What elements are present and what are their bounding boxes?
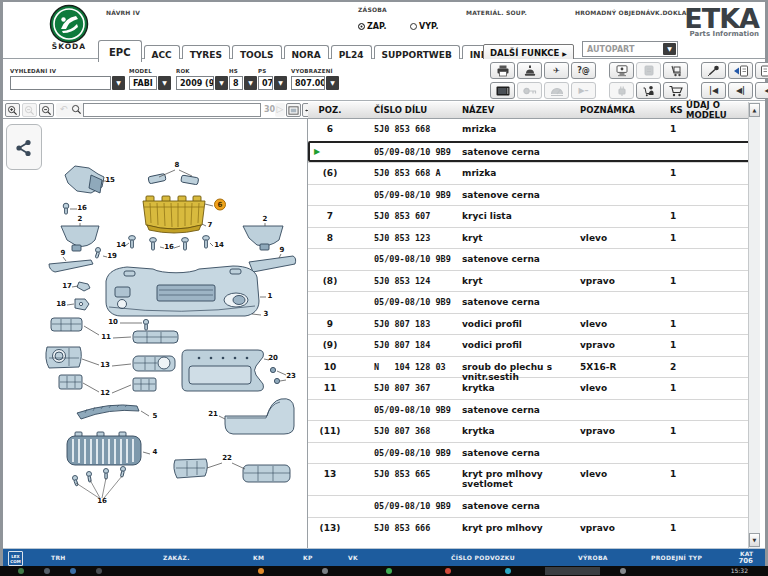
- zoom-window-button[interactable]: [39, 103, 54, 117]
- part-callout-15[interactable]: 15: [105, 176, 115, 184]
- part-callout-16[interactable]: 16: [77, 204, 87, 212]
- part-callout-14[interactable]: 14: [116, 241, 126, 249]
- scroll-down-icon[interactable]: ▼: [749, 533, 760, 547]
- filter-value[interactable]: 07: [258, 76, 273, 90]
- nav-prev-button[interactable]: ◀|: [728, 82, 753, 99]
- table-row-variant[interactable]: 05/09-08/10 9B9satenove cerna: [308, 248, 755, 270]
- screen-button[interactable]: [490, 82, 515, 99]
- chevron-down-icon[interactable]: ▼: [326, 76, 339, 90]
- part-callout-2[interactable]: 2: [78, 215, 83, 223]
- taskbar-icon[interactable]: [96, 568, 102, 574]
- zoom-in-button[interactable]: [5, 103, 20, 117]
- chevron-down-icon[interactable]: ▼: [274, 76, 287, 90]
- send-button[interactable]: ✈: [544, 62, 569, 79]
- autopart-dropdown[interactable]: AUTOPART ▼: [582, 41, 678, 57]
- nav-back-button[interactable]: ◀: [755, 82, 768, 99]
- part-callout-17[interactable]: 17: [62, 282, 72, 290]
- os-taskbar[interactable]: 15:32: [0, 566, 768, 576]
- nav-first-button[interactable]: |◀: [701, 82, 726, 99]
- lexcom-logo: LEX COM: [8, 551, 23, 566]
- cell-ks: 1: [666, 340, 686, 350]
- table-row-variant[interactable]: 05/09-08/10 9B9satenove cerna: [308, 495, 755, 517]
- zasoba-zap-radio[interactable]: ZAP.: [358, 14, 386, 33]
- part-callout-19[interactable]: 19: [107, 252, 117, 260]
- filter-value[interactable]: 2009 (9): [176, 76, 214, 90]
- filter-value[interactable]: [10, 76, 111, 90]
- taskbar-icon[interactable]: [386, 568, 392, 574]
- table-row-variant[interactable]: 05/09-08/10 9B9satenove cerna: [308, 399, 755, 421]
- chevron-down-icon[interactable]: ▼: [244, 76, 257, 90]
- part-callout-20[interactable]: 20: [268, 354, 278, 362]
- part-callout-16[interactable]: 16: [97, 497, 107, 505]
- taskbar-active-window[interactable]: [545, 567, 600, 575]
- taskbar-icon[interactable]: [322, 568, 328, 574]
- filter-value[interactable]: 8: [229, 76, 243, 90]
- chevron-down-icon[interactable]: ▼: [112, 76, 125, 90]
- taskbar-icon[interactable]: [505, 568, 511, 574]
- chevron-down-icon[interactable]: ▼: [158, 76, 171, 90]
- diagram-search-input[interactable]: [83, 103, 261, 117]
- part-callout-8[interactable]: 8: [175, 161, 180, 169]
- phone-button[interactable]: [517, 62, 542, 79]
- part-callout-23[interactable]: 23: [286, 372, 296, 380]
- part-callout-13[interactable]: 13: [100, 361, 110, 369]
- filter-value[interactable]: 807.000: [291, 76, 325, 90]
- zasoba-vyp-radio[interactable]: VYP.: [410, 14, 438, 33]
- page-prev-button[interactable]: [728, 62, 753, 79]
- table-row-part[interactable]: 75J0 853 607kryci lista1: [308, 205, 755, 227]
- filter-value[interactable]: FABI: [129, 76, 157, 90]
- table-scrollbar[interactable]: ▲ ▼: [748, 102, 760, 548]
- table-row-part[interactable]: 85J0 853 123krytvlevo1: [308, 227, 755, 249]
- table-row-variant[interactable]: 05/09-08/10 9B9satenove cerna: [308, 442, 755, 464]
- page-next-button[interactable]: [755, 62, 768, 79]
- table-row-variant[interactable]: ▶05/09-08/10 9B9satenove cerna: [308, 141, 755, 163]
- table-row-part[interactable]: (6)5J0 853 668 Amrizka1: [308, 162, 755, 184]
- part-callout-9[interactable]: 9: [280, 246, 285, 254]
- table-row-part[interactable]: (8)5J0 853 124krytvpravo1: [308, 270, 755, 292]
- part-callout-11[interactable]: 11: [101, 333, 111, 341]
- table-row-part[interactable]: 95J0 807 183vodici profilvlevo1: [308, 313, 755, 335]
- table-row-variant[interactable]: 05/09-08/10 9B9satenove cerna: [308, 184, 755, 206]
- tab-epc[interactable]: EPC: [98, 40, 142, 62]
- part-callout-16[interactable]: 16: [164, 243, 174, 251]
- part-callout-6[interactable]: 6: [218, 201, 223, 209]
- part-callout-18[interactable]: 18: [56, 300, 66, 308]
- fit-window-button[interactable]: [286, 103, 301, 117]
- scroll-up-icon[interactable]: ▲: [749, 103, 760, 117]
- delivery-button[interactable]: [663, 62, 688, 79]
- taskbar-icon[interactable]: [70, 568, 76, 574]
- cart-button[interactable]: [663, 82, 688, 99]
- order-person-button[interactable]: [636, 82, 661, 99]
- taskbar-icon[interactable]: [258, 568, 264, 574]
- table-row-part[interactable]: 135J0 853 665kryt pro mlhovy svetlometvl…: [308, 463, 755, 495]
- part-callout-4[interactable]: 4: [153, 448, 158, 456]
- part-callout-7[interactable]: 7: [208, 221, 213, 229]
- taskbar-icon[interactable]: [620, 568, 626, 574]
- part-callout-22[interactable]: 22: [222, 454, 232, 462]
- cell-ks: 1: [666, 383, 686, 393]
- help-button[interactable]: ?@: [571, 62, 596, 79]
- table-row-part[interactable]: 65J0 853 668mrizka1: [308, 119, 755, 141]
- taskbar-icon[interactable]: [18, 568, 24, 574]
- table-row-part[interactable]: (13)5J0 853 666kryt pro mlhovyvpravo1: [308, 517, 755, 539]
- part-callout-12[interactable]: 12: [100, 389, 110, 397]
- part-callout-1[interactable]: 1: [268, 292, 273, 300]
- part-callout-10[interactable]: 10: [108, 318, 118, 326]
- part-callout-14[interactable]: 14: [214, 241, 224, 249]
- print-button[interactable]: [490, 62, 515, 79]
- table-row-part[interactable]: (11)5J0 807 368krytkavpravo1: [308, 420, 755, 442]
- chevron-down-icon[interactable]: ▼: [215, 76, 228, 90]
- taskbar-icon[interactable]: [445, 568, 451, 574]
- elsa-button[interactable]: [609, 62, 634, 79]
- part-callout-3[interactable]: 3: [264, 310, 269, 318]
- part-callout-5[interactable]: 5: [153, 412, 158, 420]
- part-callout-9[interactable]: 9: [61, 249, 66, 257]
- table-row-part[interactable]: (9)5J0 807 184vodici profilvpravo1: [308, 334, 755, 356]
- taskbar-icon[interactable]: [44, 568, 50, 574]
- pin-button[interactable]: [701, 62, 726, 79]
- table-row-variant[interactable]: 05/09-08/10 9B9satenove cerna: [308, 291, 755, 313]
- part-callout-2[interactable]: 2: [263, 215, 268, 223]
- table-row-part[interactable]: 10N 104 128 03sroub do plechu s vnitr.se…: [308, 356, 755, 378]
- exploded-view-drawing[interactable]: 1516867221416149199171813101113122023521…: [9, 119, 307, 543]
- part-callout-21[interactable]: 21: [208, 410, 218, 418]
